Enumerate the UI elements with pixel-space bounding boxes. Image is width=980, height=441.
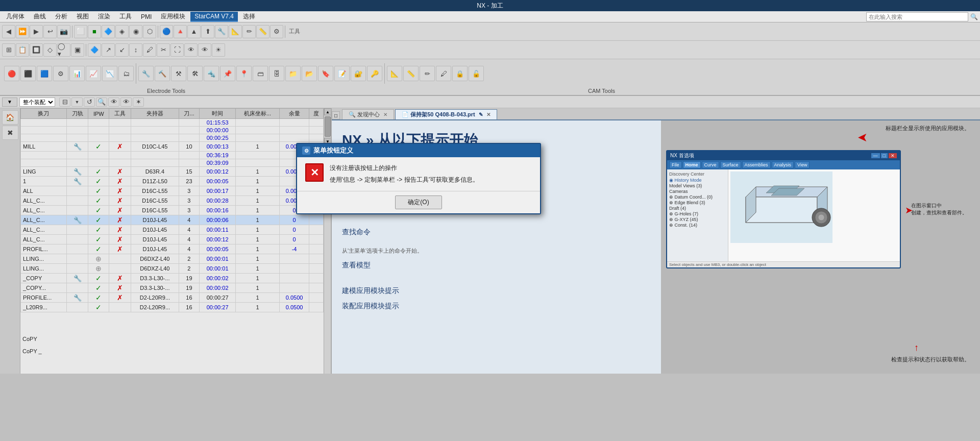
menu-item-render[interactable]: 渲染 xyxy=(94,11,114,22)
mini-tree-gxyz[interactable]: ⊕ G-XYZ (45) xyxy=(669,217,726,222)
toolbar-btn-shape2[interactable]: ◉ xyxy=(129,25,142,38)
toolbar-btn2-14[interactable]: 👁 xyxy=(184,43,198,57)
camtool-19[interactable]: 🖊 xyxy=(436,66,451,81)
filter-btn-7[interactable]: ✶ xyxy=(133,97,144,107)
etool-2[interactable]: ⬛ xyxy=(20,66,36,81)
camtool-3[interactable]: ⚒ xyxy=(171,66,186,81)
toolbar-btn-a1[interactable]: 🔵 xyxy=(160,25,173,38)
tab-minimize[interactable]: □ xyxy=(332,111,340,119)
side-icon-2[interactable]: ✖ xyxy=(2,126,18,140)
etool-1[interactable]: 🔴 xyxy=(4,66,19,81)
menu-item-tools[interactable]: 工具 xyxy=(115,11,136,22)
tab-part-edit[interactable]: ✎ xyxy=(479,112,483,117)
filter-btn-1[interactable]: ⊟ xyxy=(59,97,70,107)
etool-7[interactable]: 📉 xyxy=(102,66,117,81)
toolbar-btn-shape1[interactable]: ◈ xyxy=(115,25,129,38)
camtool-21[interactable]: 🔓 xyxy=(469,66,484,81)
mini-tab-assemblies[interactable]: Assemblies xyxy=(742,161,771,168)
toolbar-btn-forward[interactable]: ▶ xyxy=(30,25,43,38)
toolbar-btn2-13[interactable]: ⛶ xyxy=(170,43,184,57)
toolbar-btn2-16[interactable]: ☀ xyxy=(212,43,225,57)
mini-tree-draft[interactable]: Draft (4) xyxy=(669,206,726,211)
toolbar-btn2-15[interactable]: 👁‍ xyxy=(198,43,211,57)
menu-item-view[interactable]: 视图 xyxy=(72,11,93,22)
filter-dropdown[interactable]: ▼ xyxy=(2,97,17,107)
nx-mini-minimize[interactable]: — xyxy=(871,153,880,158)
toolbar-btn2-7[interactable]: 🔷 xyxy=(88,43,101,57)
camtool-7[interactable]: 📍 xyxy=(236,66,252,81)
camtool-5[interactable]: 🔩 xyxy=(204,66,219,81)
model-module-link[interactable]: 建模应用模块提示 xyxy=(342,286,651,296)
camtool-4[interactable]: 🛠 xyxy=(187,66,203,81)
camtool-1[interactable]: 🔧 xyxy=(138,66,154,81)
menu-item-curve[interactable]: 曲线 xyxy=(30,11,50,22)
view-model-link[interactable]: 查看模型 xyxy=(342,261,651,270)
mini-tab-file[interactable]: File xyxy=(669,161,682,168)
mini-tab-view[interactable]: View xyxy=(795,161,810,168)
camtool-18[interactable]: ✏ xyxy=(420,66,435,81)
mini-tree-coord[interactable]: ⊕ Datum Coord... (0) xyxy=(669,194,726,200)
toolbar-btn2-4[interactable]: ◇ xyxy=(43,43,57,57)
camtool-12[interactable]: 🔖 xyxy=(318,66,333,81)
search-input[interactable] xyxy=(866,12,968,21)
mini-tab-curve[interactable]: Curve xyxy=(702,161,719,168)
toolbar-btn2-11[interactable]: 🖊 xyxy=(143,43,156,57)
mini-tab-home[interactable]: Home xyxy=(683,161,701,168)
camtool-13[interactable]: 📝 xyxy=(334,66,350,81)
toolbar-btn-a9[interactable]: ⚙ xyxy=(270,25,283,38)
etool-6[interactable]: 📈 xyxy=(86,66,101,81)
tab-part-close[interactable]: ✕ xyxy=(486,112,491,117)
camtool-8[interactable]: 🗃 xyxy=(253,66,268,81)
toolbar-btn-a7[interactable]: ✏ xyxy=(242,25,256,38)
toolbar-btn-refresh[interactable]: ↩ xyxy=(43,25,57,38)
menu-item-geometry[interactable]: 几何体 xyxy=(2,11,29,22)
camtool-20[interactable]: 🔒 xyxy=(452,66,468,81)
toolbar-btn2-9[interactable]: ↙ xyxy=(115,43,129,57)
filter-btn-3[interactable]: ↺ xyxy=(84,97,95,107)
mini-tree-cameras[interactable]: Cameras xyxy=(669,189,726,194)
mini-tree-history[interactable]: ◉ History Mode xyxy=(669,178,726,183)
toolbar-btn-camera[interactable]: 📷 xyxy=(57,25,70,38)
toolbar-btn2-12[interactable]: ✂ xyxy=(157,43,170,57)
mini-tree-gholes[interactable]: ⊕ G-Holes (7) xyxy=(669,211,726,216)
toolbar-btn-forward-fast[interactable]: ⏩ xyxy=(16,25,29,38)
camtool-15[interactable]: 🔑 xyxy=(367,66,382,81)
toolbar-btn-a2[interactable]: 🔺 xyxy=(174,25,187,38)
camtool-16[interactable]: 📐 xyxy=(387,66,402,81)
assembly-module-link[interactable]: 装配应用模块提示 xyxy=(342,302,651,311)
toolbar-btn2-6[interactable]: ▣ xyxy=(71,43,84,57)
toolbar-btn-a3[interactable]: ▲ xyxy=(187,25,201,38)
etool-4[interactable]: ⚙ xyxy=(53,66,68,81)
toolbar-btn-cube[interactable]: 🔷 xyxy=(102,25,115,38)
toolbar-btn-a6[interactable]: 📐 xyxy=(229,25,242,38)
dialog-confirm-btn[interactable]: 确定(O) xyxy=(395,195,442,209)
camtool-11[interactable]: 📂 xyxy=(302,66,317,81)
search-icon[interactable]: 🔍 xyxy=(970,13,978,20)
menu-item-pmi[interactable]: PMI xyxy=(137,12,156,21)
camtool-9[interactable]: 🗄 xyxy=(269,66,284,81)
camtool-17[interactable]: 📏 xyxy=(403,66,419,81)
toolbar-btn2-10[interactable]: ↕ xyxy=(129,43,142,57)
nx-mini-close[interactable]: ✕ xyxy=(889,153,897,158)
etool-5[interactable]: 📊 xyxy=(69,66,85,81)
toolbar-btn-box[interactable]: ⬜ xyxy=(74,25,87,38)
scroll-thumb[interactable] xyxy=(325,116,331,137)
operation-table-scroll[interactable]: 换刀 刀轨 IPW 工具 夹持器 刀... 时间 机床坐标... 余量 度 xyxy=(20,108,324,374)
toolbar-btn2-3[interactable]: 🔲 xyxy=(30,43,43,57)
toolbar-btn2-1[interactable]: ⊞ xyxy=(2,43,15,57)
mini-tree-const[interactable]: ⊕ Const. (14) xyxy=(669,223,726,228)
tab-discovery-close[interactable]: ✕ xyxy=(383,112,387,117)
menu-item-analysis[interactable]: 分析 xyxy=(51,11,71,22)
find-command-link[interactable]: 查找命令 xyxy=(342,228,651,237)
etool-8[interactable]: 🗂 xyxy=(118,66,134,81)
menu-item-select[interactable]: 选择 xyxy=(239,11,259,22)
menu-item-starcam[interactable]: StarCAM V7.4 xyxy=(190,12,238,22)
camtool-2[interactable]: 🔨 xyxy=(155,66,170,81)
toolbar-btn2-5[interactable]: ◯ ▾ xyxy=(57,43,70,57)
toolbar-btn2-8[interactable]: ↗ xyxy=(102,43,115,57)
mini-tab-analysis[interactable]: Analysis xyxy=(772,161,794,168)
scroll-up[interactable]: ▲ xyxy=(324,108,331,115)
toolbar-btn-a5[interactable]: 🔧 xyxy=(215,25,228,38)
toolbar-btn-back[interactable]: ◀ xyxy=(2,25,15,38)
filter-btn-5[interactable]: 👁 xyxy=(108,97,119,107)
